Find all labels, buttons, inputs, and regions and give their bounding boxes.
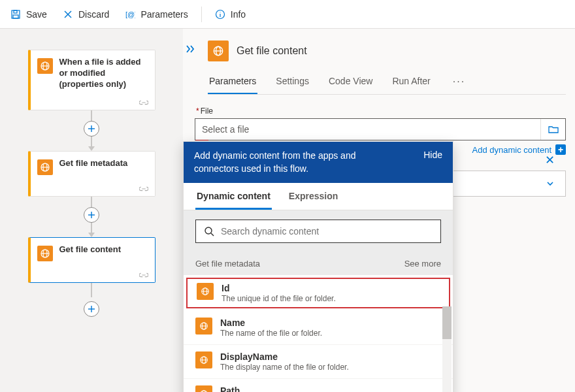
flow-canvas: When a file is added or modified (proper… — [0, 29, 183, 392]
collapse-panel-button[interactable] — [186, 44, 197, 56]
svg-text:[@]: [@] — [125, 10, 135, 18]
flow-step-content[interactable]: Get file content — [28, 237, 156, 283]
field-label-text: File — [201, 106, 213, 116]
info-label: Info — [231, 9, 246, 20]
flow-step-title: Get file content — [59, 244, 122, 255]
add-step-button[interactable] — [84, 207, 99, 223]
flow-step-title: When a file is added or modified (proper… — [59, 57, 147, 90]
dynamic-group-title: Get file metadata — [195, 259, 260, 269]
connector-arrow — [88, 146, 95, 151]
dynamic-item-displayname[interactable]: DisplayName The display name of the file… — [184, 345, 453, 379]
chevron-down-icon — [546, 179, 555, 188]
file-picker-button[interactable] — [540, 119, 565, 140]
link-icon — [139, 99, 148, 106]
file-input[interactable] — [195, 119, 540, 140]
parameters-label: Parameters — [140, 9, 188, 20]
add-step-button[interactable] — [84, 121, 99, 137]
dynamic-item-title: Id — [222, 283, 336, 293]
save-icon — [10, 9, 21, 20]
scrollbar-thumb[interactable] — [442, 306, 452, 339]
info-button[interactable]: Info — [208, 5, 252, 24]
svg-line-28 — [211, 233, 214, 236]
link-icon — [139, 272, 148, 278]
dynamic-item-title: DisplayName — [220, 351, 349, 362]
close-icon[interactable]: ✕ — [545, 153, 555, 167]
tab-parameters[interactable]: Parameters — [208, 69, 257, 94]
dynamic-item-id[interactable]: Id The unique id of the file or folder. — [185, 276, 452, 310]
see-more-button[interactable]: See more — [404, 259, 441, 269]
field-label: *File — [196, 106, 566, 116]
dynamic-popup-tabs: Dynamic content Expression — [184, 183, 453, 210]
dynamic-group-header: Get file metadata See more — [184, 252, 453, 275]
panel-tabs: Parameters Settings Code View Run After … — [208, 69, 566, 95]
parameters-icon: [@] — [125, 9, 135, 20]
dynamic-item-desc: The display name of the file or folder. — [220, 363, 349, 372]
sharepoint-icon — [197, 283, 214, 300]
svg-rect-1 — [14, 10, 17, 13]
sharepoint-icon — [37, 58, 53, 74]
tab-expression[interactable]: Expression — [288, 183, 339, 210]
tab-runafter[interactable]: Run After — [391, 69, 431, 94]
dynamic-item-path[interactable]: Path The path of the file or folder. — [184, 379, 453, 392]
dynamic-item-desc: The name of the file or folder. — [220, 329, 322, 338]
link-icon — [139, 186, 148, 192]
dynamic-item-title: Path — [220, 385, 318, 392]
flow-step-metadata[interactable]: Get file metadata — [28, 151, 156, 197]
required-star: * — [196, 106, 199, 116]
file-input-row — [195, 118, 566, 140]
dynamic-item-desc: The unique id of the file or folder. — [222, 294, 336, 303]
search-icon — [204, 226, 214, 237]
connector-arrow — [88, 233, 95, 237]
tab-settings[interactable]: Settings — [274, 69, 310, 94]
sharepoint-icon — [195, 351, 212, 368]
close-icon — [63, 9, 73, 20]
dynamic-search-input[interactable] — [221, 226, 433, 237]
tab-codeview[interactable]: Code View — [327, 69, 374, 94]
save-label: Save — [26, 9, 47, 20]
svg-rect-2 — [13, 15, 18, 18]
tab-more-button[interactable]: ··· — [449, 72, 469, 91]
tab-dynamic-content[interactable]: Dynamic content — [195, 183, 272, 210]
info-icon — [215, 9, 225, 20]
add-step-button[interactable] — [84, 301, 99, 317]
sharepoint-icon — [195, 318, 212, 335]
parameters-button[interactable]: [@] Parameters — [118, 5, 194, 24]
sharepoint-icon — [208, 41, 229, 61]
connector-line — [91, 283, 92, 297]
sharepoint-icon — [37, 246, 53, 261]
panel-header: Get file content — [189, 37, 566, 69]
dynamic-search-box — [195, 220, 441, 243]
dynamic-popup-header-text: Add dynamic content from the apps and co… — [194, 150, 390, 175]
flow-step-trigger[interactable]: When a file is added or modified (proper… — [28, 50, 156, 110]
sharepoint-icon — [195, 385, 212, 392]
dynamic-item-title: Name — [220, 318, 322, 328]
flow-step-title: Get file metadata — [59, 158, 128, 169]
svg-point-27 — [205, 227, 212, 234]
save-button[interactable]: Save — [4, 5, 54, 24]
toolbar: Save Discard [@] Parameters Info — [0, 0, 575, 29]
dynamic-content-popup: Add dynamic content from the apps and co… — [183, 141, 453, 392]
scrollbar[interactable] — [442, 306, 452, 392]
dynamic-item-list[interactable]: Id The unique id of the file or folder. … — [184, 275, 453, 392]
dynamic-popup-header: Add dynamic content from the apps and co… — [184, 142, 453, 183]
discard-label: Discard — [78, 9, 109, 20]
svg-point-8 — [220, 11, 220, 12]
dynamic-item-name[interactable]: Name The name of the file or folder. — [184, 311, 453, 345]
toolbar-divider — [201, 7, 202, 22]
discard-button[interactable]: Discard — [56, 5, 116, 24]
sharepoint-icon — [37, 159, 53, 175]
panel-title: Get file content — [237, 45, 307, 57]
hide-button[interactable]: Hide — [423, 150, 442, 160]
add-dynamic-plus-icon[interactable]: + — [555, 144, 566, 155]
dynamic-search-wrap — [184, 210, 453, 252]
add-dynamic-content-link[interactable]: Add dynamic content — [472, 145, 551, 155]
